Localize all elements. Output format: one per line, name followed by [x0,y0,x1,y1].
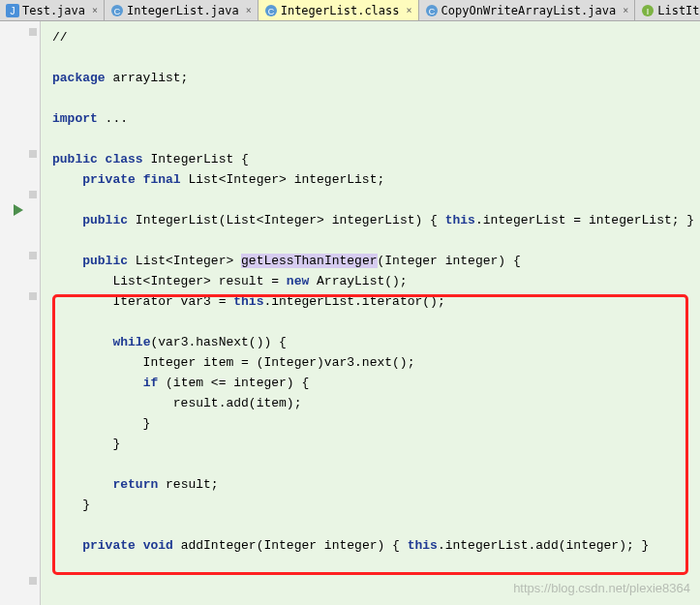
svg-text:C: C [428,7,435,16]
fold-marker-icon[interactable] [29,292,37,300]
tab-label: IntegerList.class [281,4,400,17]
tab-label: Test.java [22,4,85,17]
code-line [52,230,700,251]
tab-integerlist-java[interactable]: C IntegerList.java × [105,0,259,20]
code-line: private void addInteger(Integer integer)… [52,535,700,556]
run-icon[interactable] [12,203,25,217]
tab-label: IntegerList.java [127,4,239,17]
fold-marker-icon[interactable] [29,191,37,198]
code-line: while(var3.hasNext()) { [52,332,700,352]
fold-marker-icon[interactable] [29,252,37,259]
code-line: } [52,434,700,454]
svg-text:J: J [11,6,15,16]
watermark-text: https://blog.csdn.net/plexie8364 [513,581,690,595]
tab-copyonwritearraylist[interactable]: C CopyOnWriteArrayList.java × [419,0,636,20]
code-line: } [52,413,700,434]
fold-marker-icon[interactable] [29,577,37,585]
code-line [52,47,700,68]
code-line [52,129,700,149]
close-icon[interactable]: × [246,5,252,15]
code-line: import ... [52,108,700,129]
code-line: result.add(item); [52,393,700,413]
tab-test-java[interactable]: J Test.java × [0,0,105,20]
class-file-icon: C [264,4,278,17]
tab-label: ListIterator.java [657,4,700,17]
code-line: private final List<Integer> integerList; [52,169,700,190]
code-line: Integer item = (Integer)var3.next(); [52,352,700,373]
code-line [52,454,700,474]
code-line: List<Integer> result = new ArrayList(); [52,271,700,291]
java-file-icon: J [6,4,19,17]
tab-listiterator[interactable]: I ListIterator.java × [635,0,700,20]
code-line: } [52,495,700,515]
code-line [52,88,700,108]
close-icon[interactable]: × [92,5,98,15]
code-line [52,515,700,535]
close-icon[interactable]: × [407,5,412,15]
code-line: if (item <= integer) { [52,373,700,393]
gutter[interactable] [0,21,41,605]
svg-text:I: I [647,7,650,16]
code-line [52,190,700,210]
code-line [52,312,700,332]
code-line: public class IntegerList { [52,149,700,169]
class-file-icon: C [425,4,439,17]
code-line: return result; [52,474,700,495]
tab-label: CopyOnWriteArrayList.java [441,4,617,17]
code-line: Iterator var3 = this.integerList.iterato… [52,291,700,312]
svg-text:C: C [114,7,121,16]
code-line: package arraylist; [52,68,700,88]
fold-marker-icon[interactable] [29,150,37,158]
code-body[interactable]: // package arraylist; import ... public … [41,21,700,605]
code-line: public IntegerList(List<Integer> integer… [52,210,700,230]
tab-integerlist-class[interactable]: C IntegerList.class × [259,0,419,20]
code-line: public List<Integer> getLessThanInteger(… [52,251,700,271]
close-icon[interactable]: × [623,5,628,15]
code-line: // [52,27,700,47]
editor-area: // package arraylist; import ... public … [0,21,700,605]
editor-tabbar: J Test.java × C IntegerList.java × C Int… [0,0,700,21]
class-file-icon: C [110,4,124,17]
fold-marker-icon[interactable] [29,28,37,36]
svg-text:C: C [267,7,274,16]
interface-file-icon: I [641,4,654,17]
